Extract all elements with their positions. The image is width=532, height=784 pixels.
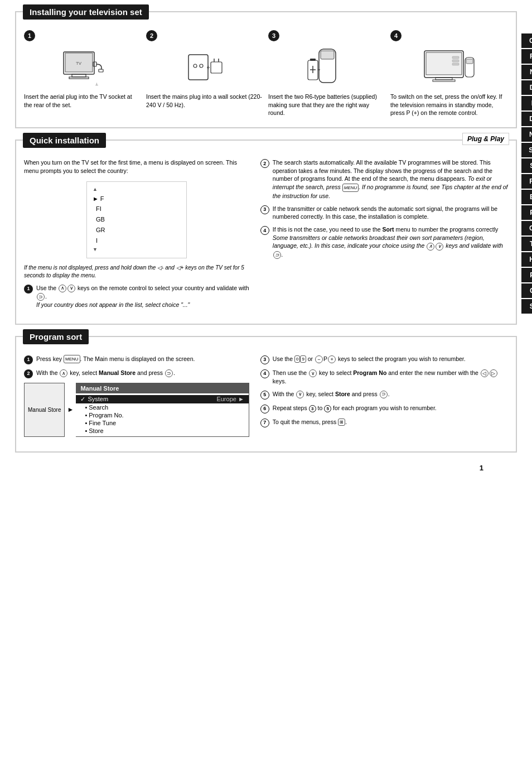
step-3-text: Insert the two R6-type batteries (suppli… bbox=[268, 93, 386, 117]
quick-right: 2 The search starts automatically. All t… bbox=[260, 158, 508, 314]
installing-title: Installing your television set bbox=[23, 4, 149, 20]
lang-sk[interactable]: SK bbox=[521, 299, 532, 314]
up-key-prog: ∧ bbox=[60, 369, 67, 377]
prog-step-1-text: Press key MENU. The Main menu is display… bbox=[36, 355, 195, 364]
ms-menu-header: Manual Store bbox=[76, 383, 248, 393]
lang-hu[interactable]: HU bbox=[521, 252, 532, 267]
lang-it[interactable]: IT bbox=[521, 96, 532, 110]
lang-pl[interactable]: PL bbox=[521, 268, 532, 282]
ref-5: 5 bbox=[324, 405, 331, 412]
menu-item-f: ► F bbox=[93, 194, 181, 204]
lang-cz[interactable]: CZ bbox=[521, 283, 532, 298]
lang-gr[interactable]: GR bbox=[521, 221, 532, 235]
prog-circle-6: 6 bbox=[260, 405, 269, 413]
down-key-icon: ∨ bbox=[67, 285, 75, 292]
lang-sf[interactable]: SF bbox=[521, 158, 532, 173]
num-key-0: 0 bbox=[294, 355, 300, 363]
lang-sw[interactable]: SW bbox=[521, 143, 532, 157]
lang-no[interactable]: NO bbox=[521, 127, 532, 142]
step-circle-3: 3 bbox=[260, 205, 269, 214]
step-circle-4: 4 bbox=[260, 226, 269, 235]
prog-circle-3: 3 bbox=[260, 355, 269, 364]
ok-key-prog: ⊃ bbox=[165, 369, 173, 377]
svg-rect-8 bbox=[188, 55, 208, 80]
step-4-image bbox=[390, 45, 508, 89]
plug-play-badge: Plug & Play bbox=[462, 133, 509, 145]
plus-key: + bbox=[328, 355, 336, 363]
quick-installation-section: Quick installation Plug & Play When you … bbox=[15, 140, 517, 325]
ms-menu-body: ✓ System Europe ► • Search • Program No.… bbox=[76, 393, 248, 436]
step-num-1: 1 bbox=[24, 30, 35, 41]
svg-rect-24 bbox=[452, 56, 459, 59]
step-3-image bbox=[268, 45, 386, 89]
lang-de[interactable]: DE bbox=[521, 80, 532, 95]
install-step-4: 4 bbox=[390, 30, 508, 117]
page-number: 1 bbox=[15, 464, 483, 472]
prog-step-6-text: Repeat steps 3 to 5 for each program you… bbox=[273, 404, 437, 413]
menu-key-icon: MENU bbox=[64, 355, 80, 363]
num-key-9: 9 bbox=[300, 355, 306, 363]
menu-item-gr: GR bbox=[93, 225, 181, 235]
quick-step-1: 1 Use the ∧∨ keys on the remote control … bbox=[24, 284, 249, 309]
quick-left: When you turn on the TV set for the firs… bbox=[24, 158, 249, 314]
program-sort-title: Program sort bbox=[23, 329, 89, 344]
svg-text:┴: ┴ bbox=[95, 83, 98, 87]
lang-ru[interactable]: RU bbox=[521, 174, 532, 189]
italic-note: If the menu is not displayed, press and … bbox=[24, 264, 249, 280]
prog-step-5-text: With the ∨ key, select Store and press ⊃… bbox=[273, 390, 390, 400]
prog-circle-4: 4 bbox=[260, 369, 269, 378]
step-1-image: TV ┴ bbox=[24, 45, 142, 89]
lang-fr[interactable]: FR bbox=[521, 49, 532, 64]
up-key-icon-2: ∧ bbox=[427, 243, 434, 251]
lang-gb[interactable]: GB bbox=[521, 33, 532, 48]
svg-rect-28 bbox=[466, 59, 473, 64]
down-key-icon-2: ∨ bbox=[436, 243, 443, 251]
prog-circle-1: 1 bbox=[24, 355, 33, 364]
step-num-4: 4 bbox=[390, 30, 402, 41]
country-menu: ▲ ► F FI GB GR I ▼ bbox=[86, 181, 187, 258]
ms-right-box: Manual Store ✓ System Europe ► • Search … bbox=[76, 383, 249, 437]
install-steps: 1 TV ┴ bbox=[24, 30, 508, 117]
quick-step-4: 4 If this is not the case, you need to u… bbox=[260, 225, 508, 259]
lang-nl[interactable]: NL bbox=[521, 65, 532, 79]
prog-circle-2: 2 bbox=[24, 369, 33, 378]
menu-arrow-down: ▼ bbox=[93, 246, 181, 254]
menu-quit-icon: ⊞ bbox=[338, 419, 345, 426]
down-key-prog5: ∨ bbox=[296, 391, 304, 398]
lang-es[interactable]: ES bbox=[521, 190, 532, 204]
prog-circle-5: 5 bbox=[260, 391, 269, 400]
prog-step-7: 7 To quit the menus, press ⊞. bbox=[260, 418, 508, 427]
svg-point-10 bbox=[200, 64, 203, 68]
quick-step-4-text: If this is not the case, you need to use… bbox=[273, 225, 508, 259]
svg-point-9 bbox=[194, 64, 197, 68]
installing-section: Installing your television set 1 bbox=[15, 11, 517, 128]
step-num-3: 3 bbox=[268, 30, 279, 41]
ms-system-value: Europe ► bbox=[216, 396, 244, 402]
language-sidebar: GB FR NL DE IT DK NO SW SF RU ES PT GR T… bbox=[521, 33, 532, 314]
prog-step-2: 2 With the ∧ key, select Manual Store an… bbox=[24, 369, 249, 378]
lang-dk[interactable]: DK bbox=[521, 112, 532, 126]
step-circle-1: 1 bbox=[24, 285, 33, 294]
svg-text:TV: TV bbox=[75, 61, 81, 66]
svg-rect-25 bbox=[452, 60, 459, 62]
step-4-text: To switch on the set, press the on/off k… bbox=[390, 93, 508, 117]
svg-rect-4 bbox=[93, 62, 96, 66]
quick-title: Quick installation bbox=[23, 133, 106, 148]
install-step-1: 1 TV ┴ bbox=[24, 30, 142, 117]
lang-tr[interactable]: TR bbox=[521, 237, 532, 251]
prog-step-5: 5 With the ∨ key, select Store and press… bbox=[260, 390, 508, 400]
lang-pt[interactable]: PT bbox=[521, 205, 532, 220]
step-circle-2: 2 bbox=[260, 159, 269, 168]
step-2-text: Insert the mains plug into a wall socket… bbox=[146, 93, 264, 109]
menu-item-gb: GB bbox=[93, 214, 181, 225]
program-left: 1 Press key MENU. The Main menu is displ… bbox=[24, 355, 249, 441]
prog-step-3-text: Use the 09 or −P+ keys to select the pro… bbox=[273, 355, 466, 364]
ref-3: 3 bbox=[309, 405, 316, 412]
ok-key-icon: ⊃ bbox=[37, 293, 45, 301]
manual-store-diagram: Manual Store ► Manual Store ✓ System Eur… bbox=[24, 383, 249, 437]
program-right: 3 Use the 09 or −P+ keys to select the p… bbox=[260, 355, 508, 441]
menu-item-fi: FI bbox=[93, 204, 181, 214]
minus-key: − bbox=[315, 355, 323, 363]
quick-step-2: 2 The search starts automatically. All t… bbox=[260, 158, 508, 200]
prog-step-1: 1 Press key MENU. The Main menu is displ… bbox=[24, 355, 249, 364]
